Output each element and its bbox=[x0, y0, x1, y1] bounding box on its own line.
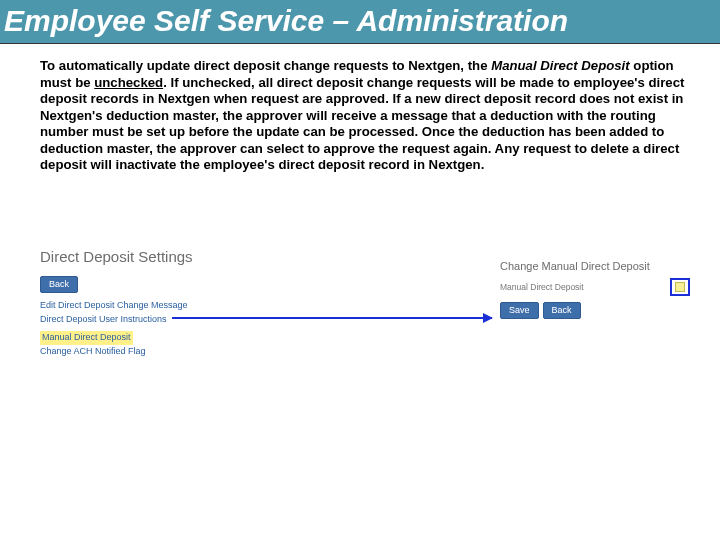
link-user-instructions[interactable]: Direct Deposit User Instructions bbox=[40, 313, 370, 327]
page-title: Employee Self Service – Administration bbox=[0, 0, 720, 44]
manual-dd-checkbox-highlight bbox=[670, 278, 690, 296]
back-button[interactable]: Back bbox=[40, 276, 78, 293]
manual-dd-checkbox[interactable] bbox=[675, 282, 685, 292]
manual-direct-deposit-term: Manual Direct Deposit bbox=[491, 58, 630, 73]
direct-deposit-settings-panel: Direct Deposit Settings Back Edit Direct… bbox=[40, 248, 370, 358]
manual-dd-label: Manual Direct Deposit bbox=[500, 282, 584, 292]
body-paragraph: To automatically update direct deposit c… bbox=[0, 44, 720, 174]
slide: Employee Self Service – Administration T… bbox=[0, 0, 720, 540]
link-manual-direct-deposit[interactable]: Manual Direct Deposit bbox=[40, 331, 133, 345]
settings-links: Edit Direct Deposit Change Message Direc… bbox=[40, 299, 370, 358]
unchecked-term: unchecked bbox=[94, 75, 163, 90]
settings-panel-title: Direct Deposit Settings bbox=[40, 248, 370, 265]
body-text-1: To automatically update direct deposit c… bbox=[40, 58, 491, 73]
change-panel-title: Change Manual Direct Deposit bbox=[500, 260, 690, 272]
arrow-icon bbox=[172, 317, 492, 319]
back-button-right[interactable]: Back bbox=[543, 302, 581, 319]
screenshot-region: Direct Deposit Settings Back Edit Direct… bbox=[40, 248, 680, 520]
change-manual-dd-panel: Change Manual Direct Deposit Manual Dire… bbox=[500, 260, 690, 319]
save-button[interactable]: Save bbox=[500, 302, 539, 319]
link-edit-message[interactable]: Edit Direct Deposit Change Message bbox=[40, 299, 370, 313]
manual-dd-field-row: Manual Direct Deposit bbox=[500, 278, 690, 296]
link-change-ach-flag[interactable]: Change ACH Notified Flag bbox=[40, 345, 370, 359]
change-panel-buttons: Save Back bbox=[500, 302, 690, 319]
